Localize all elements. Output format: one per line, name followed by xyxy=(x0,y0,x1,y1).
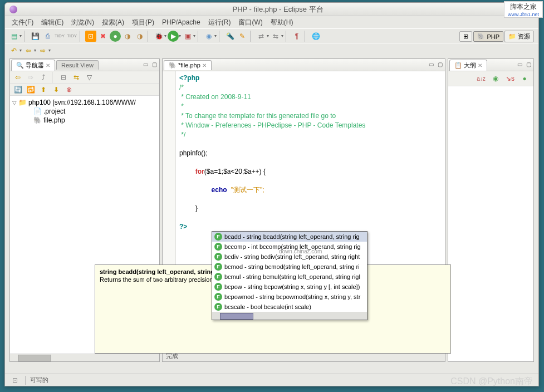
minimize-icon[interactable]: ▭ xyxy=(427,61,435,69)
function-icon: F xyxy=(214,253,222,261)
nav-hscroll[interactable] xyxy=(10,354,159,361)
menu-window[interactable]: 窗口(W) xyxy=(235,17,266,28)
close-icon[interactable]: ✕ xyxy=(202,62,207,68)
tree-php-file[interactable]: 🐘 file.php xyxy=(12,116,157,125)
ac-item-bcpowmod[interactable]: Fbcpowmod - string bcpowmod(string x, st… xyxy=(212,292,367,302)
run-button[interactable]: ▶ xyxy=(168,31,179,42)
open-perspective-button[interactable]: ⊞ xyxy=(459,31,472,42)
maximize-icon[interactable]: ▢ xyxy=(525,61,532,69)
navigator-toolbar: ⇦ ⇨ ⤴ ⊟ ⇆ ▽ xyxy=(10,71,159,84)
ac-item-bcadd[interactable]: Fbcadd - string bcadd(string left_operan… xyxy=(212,232,367,242)
prev-icon[interactable]: ⬆ xyxy=(38,84,49,95)
ac-item-bcmul[interactable]: Fbcmul - string bcmul(string left_operan… xyxy=(212,272,367,282)
ac-item-bcpow[interactable]: Fbcpow - string bcpow(string x, string y… xyxy=(212,282,367,292)
minimize-icon[interactable]: ▭ xyxy=(141,61,149,69)
fastview-icon[interactable]: ⊡ xyxy=(9,375,21,386)
next-icon[interactable]: ⬇ xyxy=(51,84,62,95)
tree-root-label: php100 [svn://192.168.1.106/WWW/ xyxy=(28,99,136,106)
nav1-button[interactable]: ⇄ xyxy=(256,31,267,42)
maximize-icon[interactable]: ▢ xyxy=(150,61,158,69)
maximize-icon[interactable]: ▢ xyxy=(436,61,444,69)
nav-fwd-icon[interactable]: ⇨ xyxy=(25,72,36,83)
outline-body xyxy=(448,86,533,361)
status-writable: 可写的 xyxy=(30,376,48,384)
mysql-button[interactable]: ● xyxy=(110,31,121,42)
menu-phpapache[interactable]: PHP/Apache xyxy=(159,17,204,27)
menu-edit[interactable]: 编辑(E) xyxy=(38,17,67,28)
app-icon xyxy=(9,6,17,13)
file-icon: 📄 xyxy=(33,107,42,115)
outline-panel: 📋 大纲 ✕ ▭ ▢ a↓z ◉ ↘s ● xyxy=(448,58,534,362)
perspective-php[interactable]: 🐘 PHP xyxy=(473,31,503,42)
folder-icon: 📁 xyxy=(18,99,27,106)
annotate-button[interactable]: ✎ xyxy=(237,31,248,42)
xampp-button[interactable]: ⊡ xyxy=(85,31,96,42)
titlebar[interactable]: PHP - file.php - Eclipse 平台 xyxy=(5,3,538,16)
function-icon: F xyxy=(214,263,222,271)
new-button[interactable]: ▤ xyxy=(8,31,19,42)
tree-root[interactable]: ▽ 📁 php100 [svn://192.168.1.106/WWW/ xyxy=(12,98,157,107)
php-file-icon: 🐘 xyxy=(33,116,42,124)
dbg1-button[interactable]: ◑ xyxy=(122,31,133,42)
saveall-button[interactable]: ⎙ xyxy=(42,31,53,42)
show-icon[interactable]: ● xyxy=(519,73,530,84)
function-icon: F xyxy=(214,283,222,291)
newcls-button[interactable]: ◉ xyxy=(203,31,214,42)
collapse-all-icon[interactable]: ⊟ xyxy=(58,72,69,83)
refresh-icon[interactable]: 🔄 xyxy=(12,84,23,95)
function-icon: F xyxy=(214,233,222,241)
tab-file-php[interactable]: 🐘 *file.php ✕ xyxy=(164,60,212,70)
close-icon[interactable]: ✕ xyxy=(46,62,50,68)
project-file-label: .project xyxy=(43,107,65,115)
view-menu-icon[interactable]: ▽ xyxy=(84,72,95,83)
link-editor-icon[interactable]: ⇆ xyxy=(71,72,82,83)
extern-button[interactable]: ▣ xyxy=(182,31,193,42)
menu-run[interactable]: 运行(R) xyxy=(205,17,234,28)
tidy1-button[interactable]: TIDY xyxy=(54,31,65,42)
collapse-icon[interactable]: ▽ xyxy=(12,100,17,106)
fwd-button[interactable]: ⇨ xyxy=(37,45,48,56)
csdn-watermark: CSDN @Python南帝 xyxy=(450,376,533,388)
nav-up-icon[interactable]: ⤴ xyxy=(38,72,49,83)
function-icon: F xyxy=(214,273,222,281)
menu-file[interactable]: 文件(F) xyxy=(8,17,37,28)
nav2-button[interactable]: ⇆ xyxy=(270,31,281,42)
sort-az-icon[interactable]: a↓z xyxy=(476,73,487,84)
tab-navigator[interactable]: 🔍 导航器 ✕ xyxy=(11,60,55,71)
toolbar-2: ↶▾ ⇦▾ ⇨▾ xyxy=(5,43,538,57)
tab-outline[interactable]: 📋 大纲 ✕ xyxy=(449,60,487,71)
hide-icon[interactable]: ↘s xyxy=(504,73,516,84)
outline-toolbar: a↓z ◉ ↘s ● xyxy=(448,71,533,86)
menu-project[interactable]: 项目(P) xyxy=(129,17,158,28)
search-button[interactable]: 🔦 xyxy=(224,31,236,42)
nav-back-icon[interactable]: ⇦ xyxy=(12,72,23,83)
close-icon[interactable]: ✕ xyxy=(478,62,482,68)
back-button[interactable]: ⇦ xyxy=(23,45,34,56)
minimize-icon[interactable]: ▭ xyxy=(516,61,523,69)
menu-browse[interactable]: 浏览(N) xyxy=(68,17,97,28)
autocomplete-popup[interactable]: Fbcadd - string bcadd(string left_operan… xyxy=(212,231,367,320)
menu-help[interactable]: 帮助(H) xyxy=(267,17,297,28)
function-icon: F xyxy=(214,303,222,311)
debug-button[interactable]: 🐞 xyxy=(153,31,164,42)
filter-icon[interactable]: ◉ xyxy=(490,73,501,84)
pilcrow-button[interactable]: ¶ xyxy=(291,31,302,42)
perspective-resource[interactable]: 📁 资源 xyxy=(504,31,534,42)
php-file-label: file.php xyxy=(43,116,65,124)
refresh2-icon[interactable]: 🔂 xyxy=(25,84,36,95)
apache-button[interactable]: ✖ xyxy=(97,31,109,42)
ac-scrollbar-thumb[interactable] xyxy=(220,313,253,320)
tidy2-button[interactable]: TIDY xyxy=(66,31,77,42)
menu-search[interactable]: 搜索(A) xyxy=(99,17,128,28)
ac-item-bcscale[interactable]: Fbcscale - bool bcscale(int scale) xyxy=(212,302,367,312)
dbg2-button[interactable]: ◑ xyxy=(134,31,145,42)
globe-button[interactable]: 🌐 xyxy=(310,31,321,42)
function-icon: F xyxy=(214,293,222,301)
tab-result-view[interactable]: Result View xyxy=(56,60,99,70)
tree-project-file[interactable]: 📄 .project xyxy=(12,107,157,116)
toolbar-1: ▤▾ 💾 ⎙ TIDY TIDY ⊡ ✖ ● ◑ ◑ 🐞▾ ▶▾ ▣▾ ◉▾ 🔦… xyxy=(5,28,538,43)
ac-item-bcmod[interactable]: Fbcmod - string bcmod(string left_operan… xyxy=(212,262,367,272)
save-button[interactable]: 💾 xyxy=(30,31,41,42)
stop-icon[interactable]: ⊗ xyxy=(63,84,75,95)
undo-button[interactable]: ↶ xyxy=(8,45,19,56)
